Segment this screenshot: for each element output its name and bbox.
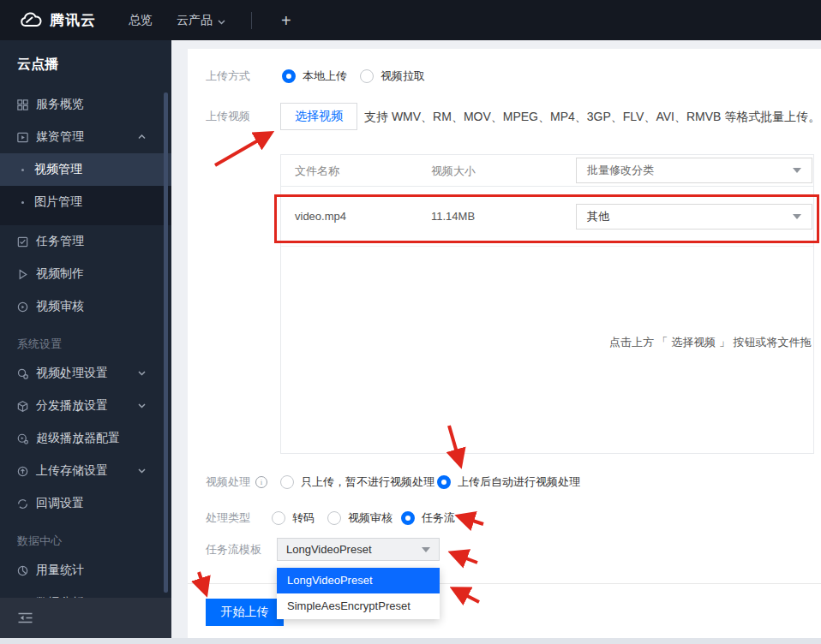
sidebar-item-distribution-playback-settings[interactable]: 分发播放设置: [0, 390, 171, 422]
sidebar-item-video-processing-settings[interactable]: 视频处理设置: [0, 357, 171, 390]
sidebar-item-media-management[interactable]: 媒资管理: [0, 121, 171, 153]
upload-method-label: 上传方式: [206, 69, 250, 84]
add-tab-button[interactable]: +: [281, 12, 291, 29]
radio-unchecked-icon: [360, 69, 374, 83]
video-process-label-row: 视频处理 i: [206, 469, 267, 495]
main-content: 上传方式 本地上传 视频拉取 上传视频 选择视频 支持 WMV、RM、MOV、M…: [171, 40, 821, 638]
sidebar-item-upload-storage-settings[interactable]: 上传存储设置: [0, 455, 171, 487]
chevron-down-icon: [138, 371, 146, 376]
upload-file-table: 文件名称 视频大小 批量修改分类 video.mp4 11.14MB 其他 点击…: [280, 154, 814, 454]
sidebar-item-superplayer-config[interactable]: 超级播放器配置: [0, 422, 171, 455]
sidebar-item-service-overview[interactable]: 服务概览: [0, 88, 171, 121]
sidebar-item-video-management[interactable]: 视频管理: [0, 153, 171, 186]
upload-video-label: 上传视频: [206, 109, 250, 124]
radio-taskflow[interactable]: 任务流: [401, 505, 455, 531]
process-type-label-row: 处理类型: [206, 505, 250, 531]
sidebar-item-video-review[interactable]: 视频审核: [0, 290, 171, 323]
sidebar-scrollbar-thumb[interactable]: [164, 92, 168, 593]
sidebar-item-task-management[interactable]: 任务管理: [0, 225, 171, 258]
cube-icon: [15, 399, 29, 413]
chevron-up-icon: [138, 134, 146, 140]
topnav-overview[interactable]: 总览: [129, 13, 153, 28]
window-bottom-edge: [0, 638, 821, 644]
column-video-size: 视频大小: [431, 155, 476, 187]
upload-panel: 上传方式 本地上传 视频拉取 上传视频 选择视频 支持 WMV、RM、MOV、M…: [188, 49, 821, 638]
radio-checked-icon: [401, 511, 415, 525]
sidebar-item-usage-stats[interactable]: 用量统计: [0, 554, 171, 587]
sidebar-footer: [0, 598, 171, 638]
process-type-label: 处理类型: [206, 510, 250, 526]
table-row: video.mp4 11.14MB 其他: [281, 187, 813, 247]
topbar: 腾讯云 总览 云产品 +: [0, 0, 821, 40]
drop-zone-hint: 点击上方 「 选择视频 」 按钮或将文件拖: [609, 335, 811, 350]
caret-down-icon: [793, 168, 801, 173]
brand-name: 腾讯云: [50, 10, 96, 30]
taskflow-label-row: 任务流模板: [206, 538, 261, 561]
chevron-down-icon: [218, 14, 225, 27]
upload-video-label-row: 上传视频: [206, 103, 250, 130]
tencent-cloud-logo[interactable]: 腾讯云: [19, 10, 96, 30]
column-file-name: 文件名称: [295, 155, 339, 187]
bullet-icon: [21, 169, 24, 171]
sidebar-title: 云点播: [17, 56, 171, 74]
topnav-cloud-products[interactable]: 云产品: [177, 13, 225, 28]
start-upload-button[interactable]: 开始上传: [206, 599, 284, 626]
radio-upload-only[interactable]: 只上传，暂不进行视频处理: [280, 469, 434, 495]
sidebar-nav: 服务概览 媒资管理 视频管理 图片管理 任务管理: [0, 88, 171, 619]
video-size-cell: 11.14MB: [431, 187, 475, 247]
file-name-cell: video.mp4: [295, 187, 346, 247]
radio-unchecked-icon: [327, 511, 341, 525]
radio-transcode[interactable]: 转码: [272, 505, 315, 531]
select-video-button[interactable]: 选择视频: [280, 103, 357, 130]
radio-auto-process[interactable]: 上传后自动进行视频处理: [437, 469, 580, 495]
batch-category-select[interactable]: 批量修改分类: [576, 158, 812, 183]
checkbox-icon: [15, 235, 29, 248]
caret-down-icon: [793, 214, 801, 219]
radio-local-upload[interactable]: 本地上传: [282, 63, 347, 89]
sidebar-item-video-production[interactable]: 视频制作: [0, 258, 171, 290]
radio-video-pull[interactable]: 视频拉取: [360, 63, 425, 89]
grid-icon: [15, 98, 29, 111]
process-gear-icon: [15, 367, 29, 380]
radio-unchecked-icon: [280, 475, 294, 489]
radio-checked-icon: [437, 475, 451, 489]
dropdown-option-simpleaesencryptpreset[interactable]: SimpleAesEncryptPreset: [277, 593, 440, 619]
chevron-down-icon: [138, 468, 146, 474]
sidebar-section-system-settings: 系统设置: [17, 337, 171, 352]
pie-chart-icon: [15, 564, 29, 577]
taskflow-dropdown-menu: LongVideoPreset SimpleAesEncryptPreset: [277, 568, 440, 619]
callback-loop-icon: [15, 497, 29, 510]
radio-unchecked-icon: [272, 511, 285, 525]
sidebar-item-callback-settings[interactable]: 回调设置: [0, 487, 171, 520]
radio-video-review[interactable]: 视频审核: [327, 505, 393, 531]
dropdown-option-longvideopreset[interactable]: LongVideoPreset: [277, 568, 440, 593]
format-hint: 支持 WMV、RM、MOV、MPEG、MP4、3GP、FLV、AVI、RMVB …: [364, 103, 820, 130]
collapse-sidebar-icon[interactable]: [17, 611, 33, 624]
caret-down-icon: [422, 547, 430, 552]
row-category-select[interactable]: 其他: [576, 204, 812, 230]
table-header: 文件名称 视频大小 批量修改分类: [281, 155, 813, 187]
radio-checked-icon: [282, 69, 296, 83]
taskflow-template-select[interactable]: LongVideoPreset: [277, 538, 440, 561]
taskflow-template-label: 任务流模板: [206, 542, 261, 558]
sidebar-item-image-management[interactable]: 图片管理: [0, 186, 171, 218]
sidebar-section-data-center: 数据中心: [17, 534, 171, 549]
bullet-icon: [21, 201, 24, 204]
info-icon: i: [255, 476, 267, 488]
cloud-logo-icon: [19, 11, 42, 29]
sidebar-submenu: 视频管理 图片管理: [0, 153, 171, 225]
sidebar: 云点播 服务概览 媒资管理 视频管理 图片管理: [0, 40, 171, 638]
play-triangle-icon: [15, 267, 29, 281]
player-gear-icon: [15, 432, 29, 445]
topnav-divider: [251, 12, 252, 29]
upload-method-label-row: 上传方式: [206, 63, 250, 89]
video-process-label: 视频处理: [206, 474, 250, 490]
chevron-down-icon: [138, 403, 146, 408]
upload-circle-icon: [15, 464, 29, 478]
media-box-icon: [15, 130, 29, 144]
play-circle-icon: [15, 300, 29, 313]
